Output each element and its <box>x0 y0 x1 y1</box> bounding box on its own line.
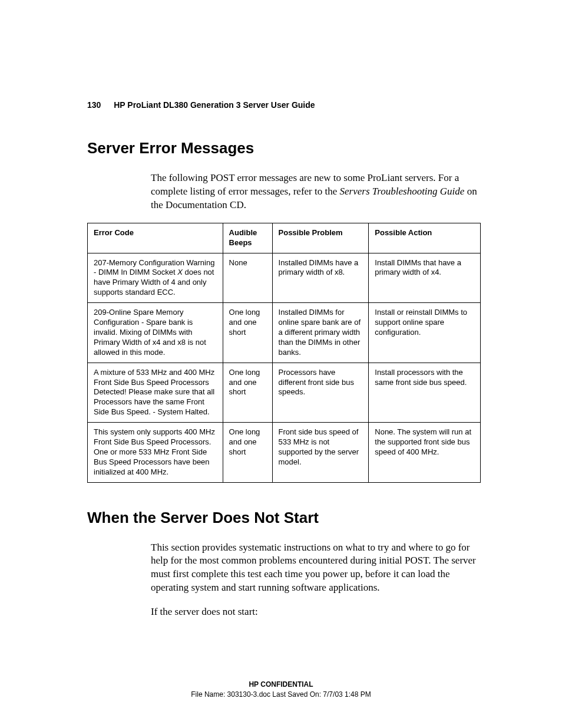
cell-action: Install processors with the same front s… <box>369 363 481 422</box>
table-row: 207-Memory Configuration Warning - DIMM … <box>88 253 481 303</box>
cell-beeps: One long and one short <box>223 363 272 422</box>
text-italic: X <box>177 268 183 276</box>
error-table: Error Code Audible Beeps Possible Proble… <box>87 223 481 483</box>
intro-paragraph: The following POST error messages are ne… <box>151 172 481 212</box>
confidential-label: HP CONFIDENTIAL <box>0 680 562 690</box>
page-number: 130 <box>87 100 101 110</box>
cell-problem: Front side bus speed of 533 MHz is not s… <box>272 423 369 482</box>
page-header: 130 HP ProLiant DL380 Generation 3 Serve… <box>87 100 481 110</box>
cell-action: Install DIMMs that have a primary width … <box>369 253 481 303</box>
body-paragraph: This section provides systematic instruc… <box>151 541 481 595</box>
cell-beeps: None <box>223 253 272 303</box>
document-page: 130 HP ProLiant DL380 Generation 3 Serve… <box>0 0 562 728</box>
table-header-row: Error Code Audible Beeps Possible Proble… <box>88 223 481 253</box>
page-footer: HP CONFIDENTIAL File Name: 303130-3.doc … <box>0 680 562 700</box>
section-heading-server-error-messages: Server Error Messages <box>87 139 481 157</box>
section-heading-when-server-does-not-start: When the Server Does Not Start <box>87 509 481 527</box>
th-error-code: Error Code <box>88 223 223 253</box>
cell-error-code: This system only supports 400 MHz Front … <box>88 423 223 482</box>
footer-meta: File Name: 303130-3.doc Last Saved On: 7… <box>0 690 562 700</box>
table-row: 209-Online Spare Memory Configuration - … <box>88 303 481 363</box>
cell-problem: Installed DIMMs for online spare bank ar… <box>272 303 369 363</box>
intro-reference: Servers Troubleshooting Guide <box>340 186 465 197</box>
th-possible-action: Possible Action <box>369 223 481 253</box>
th-possible-problem: Possible Problem <box>272 223 369 253</box>
body-paragraph: If the server does not start: <box>151 605 481 619</box>
cell-error-code: 209-Online Spare Memory Configuration - … <box>88 303 223 363</box>
cell-error-code: 207-Memory Configuration Warning - DIMM … <box>88 253 223 303</box>
cell-action: None. The system will run at the support… <box>369 423 481 482</box>
table-row: A mixture of 533 MHz and 400 MHz Front S… <box>88 363 481 422</box>
cell-action: Install or reinstall DIMMs to support on… <box>369 303 481 363</box>
table-row: This system only supports 400 MHz Front … <box>88 423 481 482</box>
cell-beeps: One long and one short <box>223 423 272 482</box>
cell-beeps: One long and one short <box>223 303 272 363</box>
th-audible-beeps: Audible Beeps <box>223 223 272 253</box>
cell-error-code: A mixture of 533 MHz and 400 MHz Front S… <box>88 363 223 422</box>
cell-problem: Installed DIMMs have a primary width of … <box>272 253 369 303</box>
doc-title: HP ProLiant DL380 Generation 3 Server Us… <box>114 100 315 110</box>
cell-problem: Processors have different front side bus… <box>272 363 369 422</box>
